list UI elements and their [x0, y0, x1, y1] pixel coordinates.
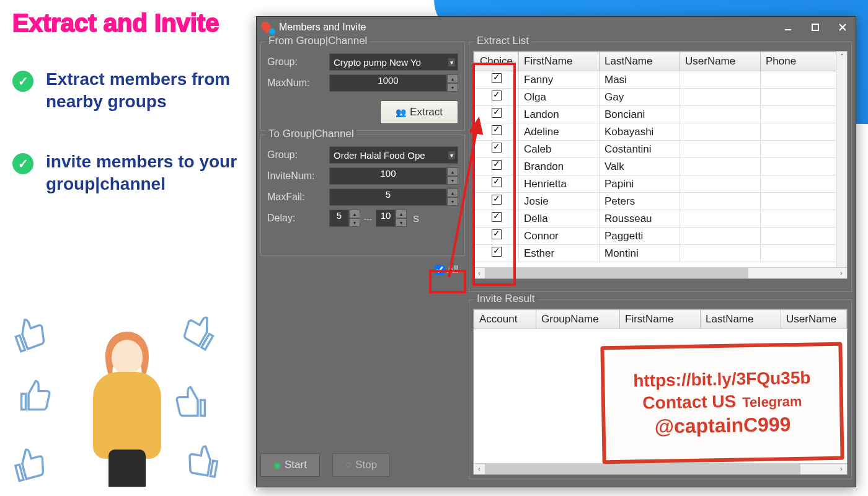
vertical-scrollbar[interactable]: ⌃: [836, 51, 847, 267]
firstname-cell: Connor: [519, 228, 600, 245]
choice-checkbox[interactable]: [474, 123, 519, 141]
spinner-up-button[interactable]: ▲: [396, 210, 407, 218]
to-group-select[interactable]: Order Halal Food Ope: [329, 146, 458, 164]
extract-table-container: Choice FirstName LastName UserName Phone…: [473, 51, 848, 279]
start-button[interactable]: ◉Start: [260, 453, 320, 477]
col-groupname[interactable]: GroupName: [536, 310, 620, 329]
choice-checkbox[interactable]: [474, 71, 519, 89]
lastname-cell: Peters: [600, 193, 680, 210]
thumbs-up-icon: [9, 443, 50, 484]
choice-checkbox[interactable]: [474, 245, 519, 262]
table-row[interactable]: AdelineKobayashi: [474, 123, 847, 141]
col-username[interactable]: UserName: [680, 52, 761, 71]
table-row[interactable]: JosiePeters: [474, 193, 847, 210]
spinner-down-button[interactable]: ▼: [447, 197, 458, 206]
col-lastname[interactable]: LastName: [600, 52, 680, 71]
minimize-button[interactable]: [780, 21, 796, 33]
invite-result-table: Account GroupName FirstName LastName Use…: [474, 309, 847, 329]
col-username[interactable]: UserName: [781, 310, 847, 329]
horizontal-scrollbar[interactable]: ‹›: [474, 267, 847, 278]
choice-checkbox[interactable]: [474, 193, 519, 210]
lastname-cell: Valk: [600, 158, 680, 175]
feature-1: ✓ Extract members from nearby groups: [12, 68, 248, 113]
lastname-cell: Bonciani: [600, 106, 680, 123]
choice-checkbox[interactable]: [474, 89, 519, 106]
table-row[interactable]: HenriettaPapini: [474, 175, 847, 193]
stop-button[interactable]: ○Stop: [332, 453, 390, 477]
col-firstname[interactable]: FirstName: [620, 310, 701, 329]
phone-cell: [761, 89, 847, 106]
phone-cell: [761, 71, 847, 89]
horizontal-scrollbar[interactable]: ‹›: [474, 463, 847, 474]
choice-checkbox[interactable]: [474, 106, 519, 123]
phone-cell: [761, 228, 847, 245]
feature-2-text: invite members to your group|channel: [46, 151, 248, 196]
stamp-handle: @captainC999: [654, 413, 790, 438]
delay-min-input[interactable]: 5: [329, 210, 349, 227]
choice-checkbox[interactable]: [474, 158, 519, 175]
table-row[interactable]: DellaRousseau: [474, 210, 847, 228]
maxfail-input[interactable]: 5: [329, 188, 447, 206]
firstname-cell: Olga: [519, 89, 600, 106]
extract-list-box: Extract List Choice FirstName LastName U…: [469, 42, 852, 292]
maximize-button[interactable]: [807, 21, 823, 33]
col-firstname[interactable]: FirstName: [519, 52, 600, 71]
col-lastname[interactable]: LastName: [701, 310, 781, 329]
all-checkbox-input[interactable]: [435, 265, 445, 275]
username-cell: [680, 106, 761, 123]
to-group-box: To Group|Channel Group: Order Halal Food…: [260, 135, 465, 256]
lastname-cell: Montini: [600, 245, 680, 262]
table-row[interactable]: BrandonValk: [474, 158, 847, 175]
lastname-cell: Paggetti: [600, 228, 680, 245]
table-row[interactable]: FannyMasi: [474, 71, 847, 89]
username-cell: [680, 245, 761, 262]
to-group-legend: To Group|Channel: [266, 128, 356, 140]
username-cell: [680, 71, 761, 89]
username-cell: [680, 228, 761, 245]
col-phone[interactable]: Phone: [761, 52, 847, 71]
maxnum-input[interactable]: 1000: [329, 74, 447, 92]
choice-checkbox[interactable]: [474, 175, 519, 193]
col-choice[interactable]: Choice: [474, 52, 519, 71]
feature-2: ✓ invite members to your group|channel: [12, 151, 248, 196]
app-window: Members and Invite From Group|Channel Gr…: [256, 16, 856, 487]
choice-checkbox[interactable]: [474, 228, 519, 245]
choice-checkbox[interactable]: [474, 210, 519, 228]
table-row[interactable]: ConnorPaggetti: [474, 228, 847, 245]
phone-cell: [761, 175, 847, 193]
extract-button[interactable]: 👥Extract: [380, 100, 458, 124]
table-row[interactable]: LandonBonciani: [474, 106, 847, 123]
thumbs-up-icon: [174, 384, 208, 418]
from-group-legend: From Group|Channel: [266, 35, 370, 47]
col-account[interactable]: Account: [474, 310, 536, 329]
promo-title: Extract and Invite: [12, 9, 248, 37]
svg-rect-0: [785, 29, 791, 30]
invitenum-input[interactable]: 100: [329, 167, 447, 185]
spinner-up-button[interactable]: ▲: [447, 74, 458, 83]
spinner-down-button[interactable]: ▼: [447, 176, 458, 185]
spinner-down-button[interactable]: ▼: [447, 83, 458, 92]
spinner-up-button[interactable]: ▲: [447, 188, 458, 197]
choice-checkbox[interactable]: [474, 141, 519, 158]
table-row[interactable]: EstherMontini: [474, 245, 847, 262]
firstname-cell: Fanny: [519, 71, 600, 89]
stop-icon: ○: [345, 459, 352, 471]
thumbs-up-icon: [7, 311, 51, 355]
table-row[interactable]: OlgaGay: [474, 89, 847, 106]
contact-stamp: https://bit.ly/3FQu35b Contact USTelegra…: [600, 342, 844, 464]
spinner-down-button[interactable]: ▼: [349, 218, 360, 227]
maxnum-label: MaxNum:: [267, 78, 329, 89]
username-cell: [680, 141, 761, 158]
phone-cell: [761, 245, 847, 262]
all-checkbox[interactable]: All: [435, 264, 458, 275]
firstname-cell: Caleb: [519, 141, 600, 158]
spinner-down-button[interactable]: ▼: [396, 218, 407, 227]
spinner-up-button[interactable]: ▲: [349, 210, 360, 218]
spinner-up-button[interactable]: ▲: [447, 167, 458, 176]
from-group-select[interactable]: Crypto pump New Yo: [329, 53, 458, 71]
close-button[interactable]: [835, 21, 851, 33]
delay-max-input[interactable]: 10: [376, 210, 396, 227]
table-row[interactable]: CalebCostantini: [474, 141, 847, 158]
extract-table: Choice FirstName LastName UserName Phone…: [474, 51, 847, 262]
invite-result-legend: Invite Result: [474, 293, 538, 305]
